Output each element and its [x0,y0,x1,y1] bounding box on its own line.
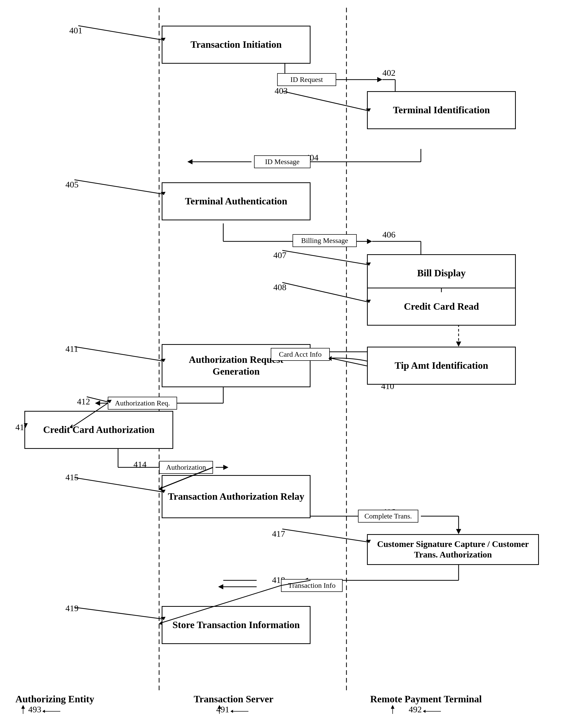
small-box-complete-trans: Complete Trans. [358,510,418,523]
svg-line-80 [331,358,367,366]
step-411: 411 [66,344,78,354]
box-store-transaction-information: Store Transaction Information [162,606,311,644]
step-402: 402 [382,68,395,78]
step-403: 403 [274,86,288,96]
small-box-id-message: ID Message [254,155,311,168]
box-terminal-identification: Terminal Identification [367,91,516,129]
svg-marker-52 [42,710,45,713]
svg-line-76 [282,529,367,542]
lane-label-authorizing-entity: Authorizing Entity [15,694,94,704]
lane-transaction-server-area: Transaction Server 491 [159,693,308,716]
step-412: 412 [77,397,90,406]
small-box-billing-message: Billing Message [293,234,357,247]
box-customer-signature-capture: Customer Signature Capture / Customer Tr… [367,534,539,565]
svg-marker-48 [218,584,223,589]
svg-line-78 [75,607,162,619]
svg-line-59 [282,91,367,110]
lane-num-491: 491 [216,705,229,714]
lane-label-remote-payment-terminal: Remote Payment Terminal [370,694,482,704]
lane-authorizing-entity-area: Authorizing Entity 493 [15,693,94,716]
step-419: 419 [66,604,79,613]
step-407: 407 [273,250,287,260]
step-414: 414 [133,460,146,469]
lane-label-transaction-server: Transaction Server [194,694,273,704]
small-box-authorization-req: Authorization Req. [108,397,177,410]
svg-marker-4 [377,77,382,82]
box-tip-amt-identification: Tip Amt Identification [367,347,516,385]
box-credit-card-read: Credit Card Read [367,288,516,326]
step-405: 405 [66,180,79,189]
svg-marker-56 [423,710,426,713]
step-408: 408 [273,282,287,292]
box-transaction-authorization-relay: Transaction Authorization Relay [162,475,311,518]
small-box-transaction-info: Transaction Info [281,579,343,592]
lane-remote-payment-terminal-area: Remote Payment Terminal 492 [346,693,505,716]
lane-num-492: 492 [409,705,422,714]
svg-marker-12 [187,159,193,164]
step-417: 417 [272,529,285,539]
step-415: 415 [66,472,79,482]
diagram-container: 401 402 403 404 405 406 407 408 409 410 … [0,0,571,728]
svg-marker-37 [223,465,228,470]
svg-marker-15 [367,239,372,244]
small-box-id-request: ID Request [277,73,336,86]
step-406: 406 [382,230,395,240]
svg-line-57 [78,26,162,40]
svg-marker-54 [230,710,233,713]
svg-line-74 [75,478,162,492]
svg-line-64 [282,250,367,265]
svg-line-61 [75,180,162,194]
small-box-authorization: Authorization [159,461,213,474]
svg-marker-32 [95,400,100,406]
svg-marker-22 [456,342,461,347]
box-credit-card-authorization: Credit Card Authorization [24,411,173,449]
small-box-card-acct-info: Card Acct Info [271,348,330,361]
svg-line-68 [75,347,162,361]
box-transaction-initiation: Transaction Initiation [162,26,311,64]
lane-num-493: 493 [28,705,41,714]
step-401: 401 [69,26,82,35]
svg-line-66 [282,282,367,302]
box-terminal-authentication: Terminal Authentication [162,182,311,220]
svg-marker-43 [456,529,461,534]
box-bill-display: Bill Display [367,254,516,292]
